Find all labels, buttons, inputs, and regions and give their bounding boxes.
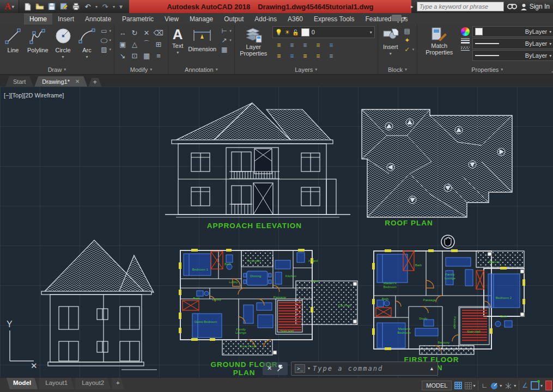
new-tab-button[interactable]: + [88,78,101,87]
rectangle-icon[interactable]: ▭ [100,27,108,35]
ribbon-tab-add-ins[interactable]: Add-ins [249,14,282,24]
ribbon-tab-express-tools[interactable]: Express Tools [308,14,360,24]
layer-tool-icon[interactable]: ≡ [312,51,325,62]
layer-tool-icon[interactable]: ≡ [285,51,299,62]
ribbon-display-toggle[interactable]: ▾ [392,15,406,21]
ortho-mode-icon[interactable]: ∟ [481,382,488,389]
panel-label-draw[interactable]: Draw▾ [0,65,114,74]
layer-unlock-icon[interactable]: 🔓 [292,29,299,35]
layer-properties-button[interactable]: Layer Properties [238,26,270,57]
array-icon[interactable]: ▦ [141,51,152,60]
circle-button[interactable]: Circle▾ [52,26,74,61]
ribbon-tab-view[interactable]: View [159,14,184,24]
erase-icon[interactable]: ⌫ [153,28,164,38]
copy-icon[interactable]: ▣ [117,39,128,49]
dimension-button[interactable]: Dimension [187,26,217,53]
layout-tab-model[interactable]: Model [7,378,38,389]
autocad-logo-icon[interactable]: A▾ [0,0,19,13]
model-space-button[interactable]: MODEL [422,381,452,390]
panel-label-layers[interactable]: Layers▾ [235,65,378,74]
ribbon-tab-output[interactable]: Output [218,14,249,24]
hatch-icon[interactable]: ▨ [100,46,108,53]
layer-on-bulb-icon[interactable]: 💡 [275,29,283,36]
keyword-search-input[interactable] [417,2,504,11]
ribbon-tab-insert[interactable]: Insert [52,14,80,24]
chevron-down-icon[interactable]: ▾ [473,383,475,388]
ellipse-icon[interactable]: ◯ [100,38,108,43]
panel-label-modify[interactable]: Modify▾ [114,65,168,74]
ribbon-tab-parametric[interactable]: Parametric [117,14,159,24]
chevron-down-icon[interactable]: ▾ [500,383,502,388]
customize-wrench-icon[interactable] [276,365,283,372]
explode-icon[interactable]: ⊞ [153,39,164,49]
block-editor-icon[interactable]: ✦ [403,36,411,44]
layer-dropdown[interactable]: 💡 ☀ 🔓 0 ▾ [272,26,375,38]
object-color-dropdown[interactable]: ByLayer▾ [472,26,553,37]
layer-tool-icon[interactable]: ≡ [325,51,338,62]
ribbon-tab-annotate[interactable]: Annotate [80,14,117,24]
mirror-icon[interactable]: △ [129,39,140,49]
undo-icon[interactable]: ↶ [83,2,92,11]
layer-thaw-sun-icon[interactable]: ☀ [284,29,290,36]
annotation-scale-icon[interactable] [531,381,539,390]
command-history-icon[interactable]: ▲ [429,366,434,371]
search-expand-icon[interactable]: ▸ [411,4,414,9]
panel-label-block[interactable]: Block▾ [378,65,417,74]
qat-customize-icon[interactable]: ▼ [118,4,124,10]
chevron-down-icon[interactable]: ▾ [540,383,543,388]
plot-icon[interactable] [71,2,80,11]
ribbon-tab-a360[interactable]: A360 [282,14,308,24]
chevron-down-icon[interactable]: ▾ [370,30,372,35]
layer-tool-icon[interactable]: ≡ [312,40,325,51]
sign-in-button[interactable]: Sign In [520,3,550,10]
layer-tool-icon[interactable]: ≡ [299,51,312,62]
panel-label-properties[interactable]: Properties▾ [417,65,553,74]
lineweight-dropdown[interactable]: ByLayer▾ [472,38,553,49]
command-dock-handle[interactable]: ✕ [263,362,288,375]
linear-dimension-icon[interactable]: ⊢ [220,27,228,35]
move-icon[interactable]: ↔ [117,28,128,38]
scale-icon[interactable]: ⊡ [129,51,140,60]
trim-icon[interactable]: ✕ [141,28,152,38]
layer-tool-icon[interactable]: ≡ [285,40,299,51]
line-button[interactable]: Line [3,26,23,54]
stretch-icon[interactable]: ↘ [117,51,128,60]
close-icon[interactable]: ✕ [267,365,272,372]
drawing-canvas[interactable]: [−][Top][2D Wireframe] APPROA [0,87,553,377]
new-file-icon[interactable] [23,2,32,11]
save-as-icon[interactable] [59,2,68,11]
redo-dropdown-icon[interactable]: ▾ [113,4,115,9]
command-input[interactable]: >_ ▾ Type a command ▲ [291,362,438,376]
polar-tracking-icon[interactable] [490,382,499,390]
insert-button[interactable]: Insert▾ [381,26,400,58]
file-tab-drawing1[interactable]: Drawing1* ✕ [34,76,87,87]
open-folder-icon[interactable] [35,2,44,11]
chevron-down-icon[interactable]: ▾ [514,383,516,388]
polyline-button[interactable]: Polyline [26,26,50,54]
chevron-down-icon[interactable]: ▾ [308,366,310,371]
lineweight-icon[interactable] [461,37,470,45]
rotate-icon[interactable]: ↻ [129,28,140,38]
grid-display-icon[interactable] [454,382,462,389]
object-snap-icon[interactable]: ∠ [522,382,528,389]
offset-icon[interactable]: ≡ [153,51,164,60]
isometric-drafting-icon[interactable] [505,382,513,390]
color-wheel-icon[interactable] [461,27,470,36]
arc-button[interactable]: Arc▾ [77,26,98,61]
layout-tab-layout2[interactable]: Layout2 [75,378,111,389]
layer-tool-icon[interactable]: ≡ [299,40,312,51]
linetype-dropdown[interactable]: ByLayer▾ [472,50,553,61]
layer-tool-icon[interactable]: ≡ [325,40,338,51]
search-binoculars-icon[interactable] [507,2,517,11]
layer-tool-icon[interactable]: ≡ [272,40,285,51]
table-icon[interactable]: ▦ [220,46,228,53]
new-layout-button[interactable]: + [112,378,124,389]
layer-tool-icon[interactable]: ≡ [272,51,285,62]
workspace-icon[interactable] [545,381,552,390]
text-button[interactable]: A Text▾ [171,26,184,57]
viewport-controls[interactable]: [−][Top][2D Wireframe] [4,92,64,99]
panel-label-annotation[interactable]: Annotation▾ [168,65,234,74]
layout-tab-layout1[interactable]: Layout1 [39,378,74,389]
snap-mode-icon[interactable] [465,382,472,389]
create-block-icon[interactable]: ▤ [403,27,411,35]
